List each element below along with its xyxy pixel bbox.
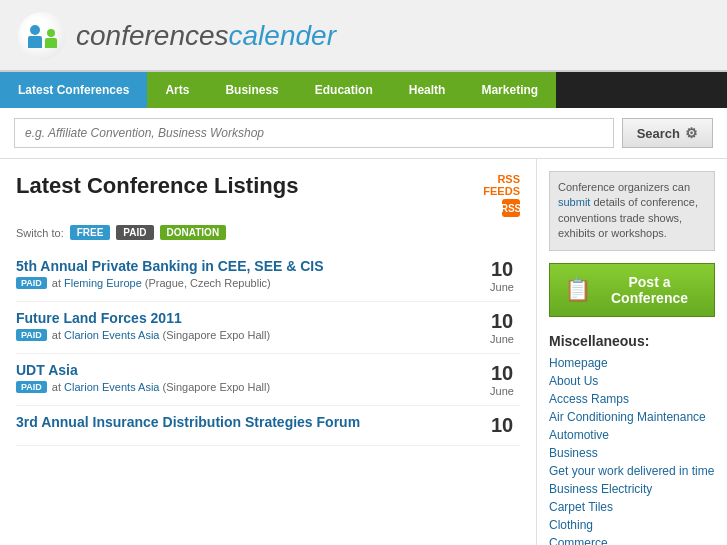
list-item: Commerce (549, 535, 715, 545)
section-title: Latest Conference Listings (16, 173, 298, 199)
misc-link[interactable]: Automotive (549, 428, 609, 442)
misc-link[interactable]: Access Ramps (549, 392, 629, 406)
post-conf-label: Post a Conference (599, 274, 700, 306)
misc-link[interactable]: About Us (549, 374, 598, 388)
list-item: Business (549, 445, 715, 460)
nav-item-arts[interactable]: Arts (147, 72, 207, 108)
misc-link[interactable]: Air Conditioning Maintenance (549, 410, 706, 424)
misc-title: Miscellaneous: (549, 333, 715, 349)
list-item: Homepage (549, 355, 715, 370)
conference-title[interactable]: Future Land Forces 2011 (16, 310, 182, 326)
misc-link[interactable]: Get your work delivered in time (549, 464, 714, 478)
list-item: Business Electricity (549, 481, 715, 496)
list-item: Access Ramps (549, 391, 715, 406)
section-header: Latest Conference Listings RSS FEEDS RSS (16, 173, 520, 217)
main-nav: Latest Conferences Arts Business Educati… (0, 72, 727, 108)
nav-item-education[interactable]: Education (297, 72, 391, 108)
conference-date: 10 June (484, 362, 520, 397)
misc-link[interactable]: Business Electricity (549, 482, 652, 496)
nav-item-health[interactable]: Health (391, 72, 464, 108)
venue-link[interactable]: Clarion Events Asia (64, 329, 159, 341)
list-item: Get your work delivered in time (549, 463, 715, 478)
conference-listings: Latest Conference Listings RSS FEEDS RSS… (0, 159, 537, 545)
conference-item: 5th Annual Private Banking in CEE, SEE &… (16, 250, 520, 302)
venue-link[interactable]: Clarion Events Asia (64, 381, 159, 393)
header: conferencescalender (0, 0, 727, 72)
promo-submit-link[interactable]: submit (558, 196, 590, 208)
conference-date: 10 June (484, 258, 520, 293)
rss-label: RSS FEEDS (483, 173, 520, 197)
badge-donation[interactable]: DONATION (160, 225, 227, 240)
search-button[interactable]: Search ⚙ (622, 118, 713, 148)
paid-badge: PAID (16, 277, 47, 289)
switch-label: Switch to: (16, 227, 64, 239)
misc-links-list: Homepage About Us Access Ramps Air Condi… (549, 355, 715, 545)
person1-icon (28, 25, 42, 48)
conference-date: 10 June (484, 310, 520, 345)
misc-link[interactable]: Carpet Tiles (549, 500, 613, 514)
conference-title[interactable]: 5th Annual Private Banking in CEE, SEE &… (16, 258, 324, 274)
site-title: conferencescalender (76, 20, 336, 52)
badge-paid[interactable]: PAID (116, 225, 153, 240)
paid-badge: PAID (16, 381, 47, 393)
misc-link[interactable]: Business (549, 446, 598, 460)
badge-free[interactable]: FREE (70, 225, 111, 240)
miscellaneous-section: Miscellaneous: Homepage About Us Access … (549, 333, 715, 545)
nav-item-latest[interactable]: Latest Conferences (0, 72, 147, 108)
conference-title[interactable]: 3rd Annual Insurance Distribution Strate… (16, 414, 360, 430)
list-item: Clothing (549, 517, 715, 532)
conference-title[interactable]: UDT Asia (16, 362, 78, 378)
venue-link[interactable]: Fleming Europe (64, 277, 142, 289)
conference-date: 10 (484, 414, 520, 437)
list-item: About Us (549, 373, 715, 388)
list-item: Air Conditioning Maintenance (549, 409, 715, 424)
conference-item: 3rd Annual Insurance Distribution Strate… (16, 406, 520, 446)
paid-badge: PAID (16, 329, 47, 341)
nav-item-marketing[interactable]: Marketing (463, 72, 556, 108)
search-input[interactable] (14, 118, 614, 148)
person2-icon (45, 29, 57, 48)
switch-row: Switch to: FREE PAID DONATION (16, 225, 520, 240)
post-icon: 📋 (564, 277, 591, 303)
misc-link[interactable]: Commerce (549, 536, 608, 545)
misc-link[interactable]: Clothing (549, 518, 593, 532)
list-item: Automotive (549, 427, 715, 442)
conference-item: Future Land Forces 2011 PAID at Clarion … (16, 302, 520, 354)
rss-block: RSS FEEDS RSS (483, 173, 520, 217)
list-item: Carpet Tiles (549, 499, 715, 514)
search-bar: Search ⚙ (0, 108, 727, 159)
misc-link[interactable]: Homepage (549, 356, 608, 370)
main-content: Latest Conference Listings RSS FEEDS RSS… (0, 159, 727, 545)
gear-icon: ⚙ (685, 125, 698, 141)
sidebar: Conference organizers can submit details… (537, 159, 727, 545)
logo-icon (18, 12, 66, 60)
nav-item-business[interactable]: Business (207, 72, 296, 108)
conference-item: UDT Asia PAID at Clarion Events Asia (Si… (16, 354, 520, 406)
post-conference-button[interactable]: 📋 Post a Conference (549, 263, 715, 317)
rss-icon[interactable]: RSS (502, 199, 520, 217)
promo-box: Conference organizers can submit details… (549, 171, 715, 251)
